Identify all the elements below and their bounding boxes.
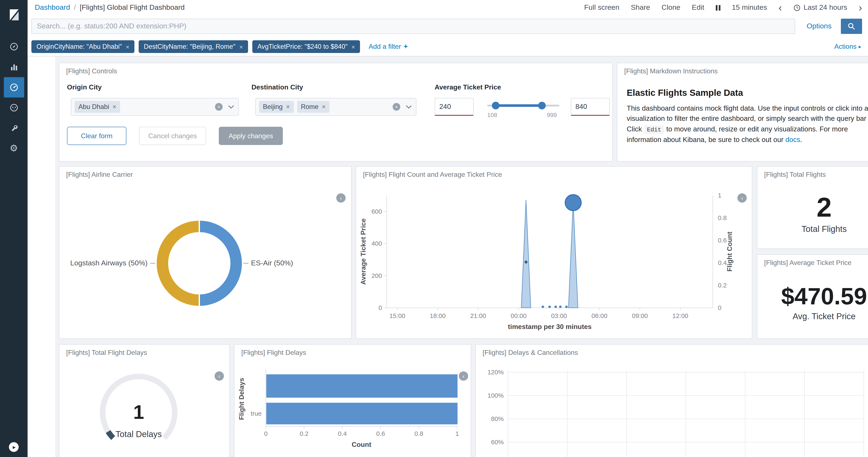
slider-handle-min[interactable] <box>492 102 499 109</box>
svg-text:Average Ticket Price: Average Ticket Price <box>360 218 367 285</box>
slider-range-min: 108 <box>487 111 497 118</box>
panel-delays-cancellations: [Flights] Delays & Cancellations 120%100… <box>475 344 868 457</box>
sidebar-item-discover[interactable] <box>4 36 24 57</box>
panel-flight-count: [Flights] Flight Count and Average Ticke… <box>356 166 752 339</box>
apply-changes-button[interactable]: Apply changes <box>219 127 283 145</box>
sidebar-item-dashboard[interactable] <box>4 77 24 98</box>
play-icon: ▶ <box>13 445 16 449</box>
pause-icon <box>716 5 717 10</box>
filter-pill-avg-ticket-price[interactable]: AvgTicketPrice: "$240 to $840" × <box>252 40 360 53</box>
panel-markdown-instructions: [Flights] Markdown Instructions Elastic … <box>617 63 868 162</box>
panel-flight-delays: [Flights] Flight Delays ‹ 00.20.40.60.81… <box>234 344 471 457</box>
main-content: Dashboard / [Flights] Global Flight Dash… <box>28 0 868 457</box>
svg-text:0.2: 0.2 <box>718 282 727 289</box>
time-forward-button[interactable]: › <box>859 3 862 13</box>
clone-button[interactable]: Clone <box>661 3 680 12</box>
svg-text:0.6: 0.6 <box>376 430 385 437</box>
origin-city-combobox[interactable]: Abu Dhabi × × <box>71 98 239 116</box>
panel-title: [Flights] Controls <box>66 67 117 75</box>
share-button[interactable]: Share <box>631 3 650 12</box>
plus-icon: + <box>404 42 408 51</box>
svg-text:0.2: 0.2 <box>300 430 309 437</box>
remove-filter-icon[interactable]: × <box>239 43 243 50</box>
svg-text:400: 400 <box>371 240 382 247</box>
edit-button[interactable]: Edit <box>692 3 704 12</box>
pause-refresh-button[interactable] <box>716 5 720 10</box>
svg-text:21:00: 21:00 <box>470 312 486 319</box>
refresh-interval-button[interactable]: 15 minutes <box>732 3 767 12</box>
top-nav: Full screen Share Clone Edit 15 minutes … <box>573 3 862 13</box>
price-max-input[interactable] <box>571 98 610 116</box>
sidebar-item-devtools[interactable] <box>4 118 24 138</box>
slider-range-max: 999 <box>547 111 557 118</box>
wrench-icon <box>9 123 19 133</box>
dashboard-grid: [Flights] Controls Origin City Abu Dhabi… <box>55 56 868 457</box>
legend-toggle-icon[interactable]: ‹ <box>336 193 346 203</box>
sidebar-item-visualize[interactable] <box>4 57 24 77</box>
clear-form-button[interactable]: Clear form <box>67 127 126 145</box>
legend-toggle-icon[interactable]: ‹ <box>737 193 747 203</box>
flight-delays-chart[interactable]: 00.20.40.60.81trueCountFlight Delays <box>235 345 471 457</box>
add-filter-button[interactable]: Add a filter + <box>369 42 408 51</box>
options-link[interactable]: Options <box>807 22 832 31</box>
remove-option-icon[interactable]: × <box>286 103 290 111</box>
fullscreen-button[interactable]: Full screen <box>584 3 619 12</box>
cancel-changes-button[interactable]: Cancel changes <box>139 127 206 145</box>
price-min-input[interactable] <box>435 98 474 116</box>
delays-cancellations-chart[interactable]: 120%100%80%60% <box>476 345 868 457</box>
svg-text:18:00: 18:00 <box>430 312 446 319</box>
total-flights-metric[interactable]: 2 Total Flights <box>757 179 868 249</box>
docs-link[interactable]: docs <box>785 135 800 143</box>
actions-menu-button[interactable]: Actions ▸ <box>834 43 861 51</box>
destination-city-combobox[interactable]: Beijing × Rome × × <box>255 98 416 116</box>
search-input[interactable] <box>31 19 795 34</box>
metric-value: 2 <box>816 194 832 221</box>
time-back-button[interactable]: ‹ <box>778 3 782 13</box>
filter-pill-label: OriginCityName: "Abu Dhabi" <box>36 43 122 51</box>
legend-toggle-icon[interactable]: ‹ <box>459 371 468 381</box>
legend-toggle-icon[interactable]: ‹ <box>215 371 224 381</box>
svg-text:0: 0 <box>718 304 721 311</box>
svg-text:0.4: 0.4 <box>338 430 347 437</box>
sidebar: ⚙ ▶ <box>0 0 28 457</box>
slider-handle-max[interactable] <box>538 102 546 109</box>
svg-text:09:00: 09:00 <box>632 312 648 319</box>
flight-count-chart[interactable]: 15:0018:0021:0000:0003:0006:0009:0012:00… <box>356 167 753 339</box>
breadcrumb: Dashboard / [Flights] Global Flight Dash… <box>35 3 185 12</box>
sidebar-item-management[interactable]: ⚙ <box>4 138 24 159</box>
clear-selection-icon[interactable]: × <box>215 103 223 111</box>
remove-filter-icon[interactable]: × <box>126 43 129 50</box>
chevron-down-icon[interactable] <box>406 105 412 108</box>
kibana-logo[interactable] <box>0 0 28 30</box>
svg-text:600: 600 <box>371 208 382 215</box>
sidebar-item-timelion[interactable] <box>4 98 24 118</box>
svg-text:03:00: 03:00 <box>551 312 567 319</box>
airline-carrier-chart[interactable]: ES-Air (50%)Logstash Airways (50%) <box>59 167 352 339</box>
gear-icon: ⚙ <box>9 144 18 153</box>
selected-option-label: Beijing <box>263 103 283 111</box>
caret-right-icon: ▸ <box>859 44 861 50</box>
avg-ticket-price-metric[interactable]: $470.59 Avg. Ticket Price <box>757 267 868 338</box>
remove-filter-icon[interactable]: × <box>351 43 355 50</box>
filter-pill-origin-city[interactable]: OriginCityName: "Abu Dhabi" × <box>31 40 134 53</box>
clear-selection-icon[interactable]: × <box>393 103 400 111</box>
sidebar-collapse-button[interactable]: ▶ <box>9 442 19 452</box>
panel-title: [Flights] Total Flights <box>764 171 826 178</box>
filter-pill-label: AvgTicketPrice: "$240 to $840" <box>257 43 347 51</box>
svg-text:1: 1 <box>718 192 721 199</box>
destination-city-label: Destination City <box>251 84 303 91</box>
bar-chart-icon <box>9 62 19 72</box>
remove-option-icon[interactable]: × <box>322 103 326 111</box>
svg-text:0: 0 <box>378 304 382 311</box>
breadcrumb-dashboard-link[interactable]: Dashboard <box>35 3 70 12</box>
panel-total-flight-delays: [Flights] Total Flight Delays ‹ 1 Total … <box>59 344 230 457</box>
selected-option-tag: Beijing × <box>259 101 293 113</box>
breadcrumb-separator: / <box>74 3 76 12</box>
search-button[interactable] <box>841 19 862 34</box>
filter-pill-dest-city[interactable]: DestCityName: "Beijing, Rome" × <box>139 40 248 53</box>
chevron-down-icon[interactable] <box>228 105 234 108</box>
price-range-slider[interactable]: 108 999 <box>487 98 559 116</box>
time-range-button[interactable]: Last 24 hours <box>794 3 847 12</box>
remove-option-icon[interactable]: × <box>113 103 116 111</box>
page-title: [Flights] Global Flight Dashboard <box>80 3 185 12</box>
